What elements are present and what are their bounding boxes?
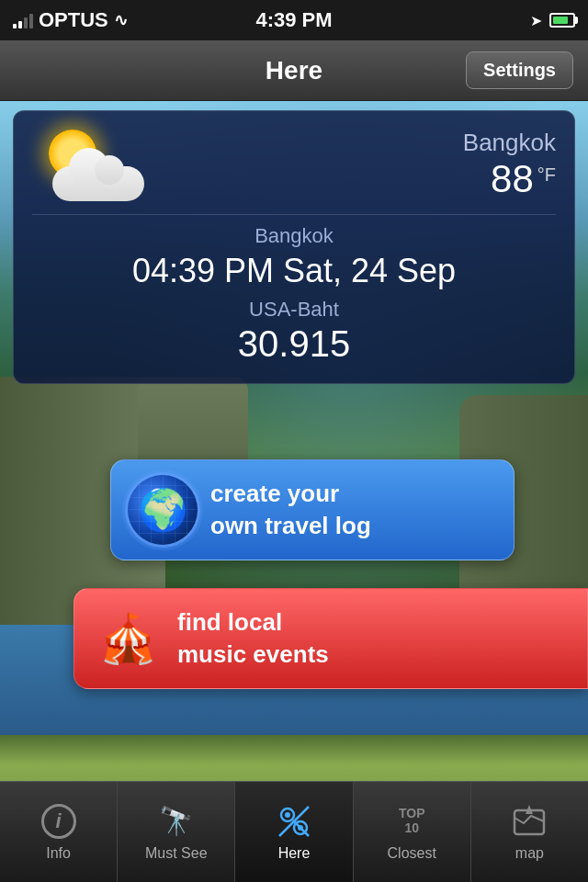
- tab-must-see[interactable]: 🔭 Must See: [118, 782, 235, 882]
- tab-must-see-icon: 🔭: [156, 803, 197, 840]
- currency-rate: 30.915: [32, 323, 556, 365]
- tab-closest[interactable]: TOP10 Closest: [354, 782, 471, 882]
- tab-info[interactable]: i Info: [0, 782, 118, 882]
- globe-icon: 🌍: [128, 475, 198, 545]
- signal-bars: [13, 12, 33, 28]
- carrier-name: OPTUS: [39, 8, 108, 32]
- weather-divider: [32, 214, 556, 215]
- tab-closest-icon: TOP10: [391, 803, 432, 840]
- weather-icon-area: [32, 128, 152, 201]
- tab-here-label: Here: [278, 845, 311, 862]
- tab-here-icon: [274, 803, 314, 840]
- find-music-line2: music events: [177, 640, 329, 668]
- weather-card: Bangkok 88 °F Bangkok 04:39 PM Sat, 24 S…: [13, 110, 575, 384]
- tab-bar: i Info 🔭 Must See Here TOP10: [0, 781, 588, 882]
- tab-must-see-label: Must See: [145, 845, 208, 862]
- tab-map[interactable]: map: [471, 782, 588, 882]
- tab-map-icon: [509, 803, 549, 840]
- currency-label: USA-Baht: [32, 298, 556, 322]
- cloud-icon: [52, 166, 144, 201]
- travel-log-button[interactable]: 🌍 create your own travel log: [110, 459, 514, 560]
- weather-top-row: Bangkok 88 °F: [32, 128, 556, 201]
- datetime-display: 04:39 PM Sat, 24 Sep: [32, 252, 556, 290]
- travel-log-text: create your own travel log: [210, 478, 371, 542]
- find-music-button[interactable]: 🎪 find local music events: [74, 588, 588, 689]
- page-title: Here: [266, 56, 322, 85]
- wifi-icon: ∿: [114, 10, 128, 30]
- weather-bottom: Bangkok 04:39 PM Sat, 24 Sep USA-Baht 30…: [32, 224, 556, 365]
- map-icon: [511, 805, 548, 838]
- weather-temperature: 88 °F: [152, 157, 556, 201]
- svg-point-5: [298, 825, 303, 831]
- info-circle-icon: i: [41, 804, 76, 839]
- svg-point-4: [285, 812, 290, 818]
- scissors-icon: [276, 803, 312, 840]
- tab-info-icon: i: [39, 803, 79, 840]
- travel-log-line1: create your: [210, 480, 339, 507]
- temp-value: 88: [491, 157, 534, 201]
- tab-info-label: Info: [46, 845, 71, 862]
- navigation-bar: Here Settings: [0, 40, 588, 101]
- battery-indicator: [549, 13, 575, 28]
- temp-unit: °F: [537, 164, 556, 186]
- weather-city: Bangkok: [152, 129, 556, 157]
- binoculars-icon: 🔭: [159, 805, 193, 837]
- tab-here[interactable]: Here: [235, 782, 353, 882]
- location-arrow-icon: ➤: [530, 12, 542, 29]
- status-right-icons: ➤: [530, 12, 575, 29]
- datetime-city: Bangkok: [32, 224, 556, 248]
- find-music-line1: find local: [177, 608, 282, 636]
- music-icon: 🎪: [91, 602, 164, 675]
- status-bar: OPTUS ∿ 4:39 PM ➤: [0, 0, 588, 40]
- carrier-signal: OPTUS ∿: [13, 8, 128, 32]
- travel-log-line2: own travel log: [210, 512, 371, 539]
- settings-button[interactable]: Settings: [466, 51, 573, 89]
- tab-closest-label: Closest: [388, 845, 436, 862]
- main-content: Bangkok 88 °F Bangkok 04:39 PM Sat, 24 S…: [0, 101, 588, 882]
- tab-map-label: map: [515, 845, 544, 862]
- find-music-text: find local music events: [177, 606, 329, 671]
- status-time: 4:39 PM: [255, 8, 332, 32]
- top10-icon: TOP10: [399, 807, 425, 835]
- weather-info: Bangkok 88 °F: [152, 129, 556, 201]
